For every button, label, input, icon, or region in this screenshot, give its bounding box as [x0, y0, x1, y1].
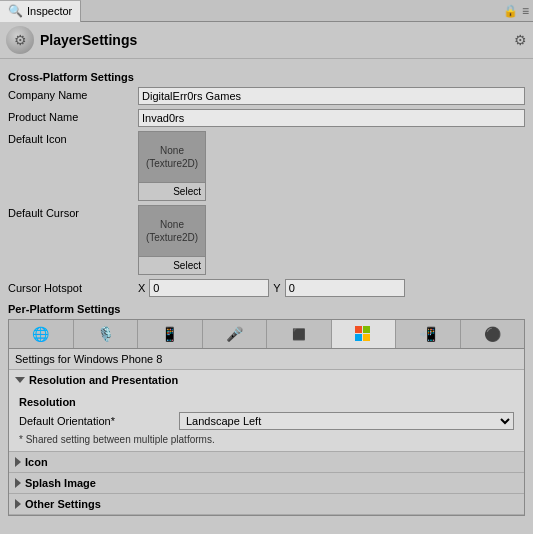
platform-settings-label: Settings for Windows Phone 8 [9, 349, 524, 370]
platform-btn-mobile[interactable]: 📱 [138, 320, 203, 348]
y-coord-label: Y [273, 282, 280, 294]
resolution-section: Resolution and Presentation Resolution D… [9, 370, 524, 452]
svg-rect-3 [363, 334, 370, 341]
resolution-sub-header: Resolution [19, 396, 514, 408]
default-icon-none-text: None(Texture2D) [146, 144, 198, 170]
svg-rect-1 [363, 326, 370, 333]
settings-gear-button[interactable]: ⚙ [514, 32, 527, 48]
default-icon-select-button[interactable]: Select [139, 182, 205, 200]
company-name-row: Company Name [8, 87, 525, 105]
splash-section-header[interactable]: Splash Image [9, 473, 524, 493]
other-section: Other Settings [9, 494, 524, 515]
orientation-label: Default Orientation* [19, 415, 179, 427]
splash-collapse-icon [15, 478, 21, 488]
tab-lock-area: 🔒 ≡ [503, 4, 533, 18]
panel-title: PlayerSettings [40, 32, 508, 48]
cursor-hotspot-y-input[interactable] [285, 279, 405, 297]
cursor-hotspot-row: Cursor Hotspot X Y [8, 279, 525, 297]
default-icon-row: Default Icon None(Texture2D) Select [8, 131, 525, 201]
product-name-control [138, 109, 525, 127]
product-name-row: Product Name [8, 109, 525, 127]
tab-label: Inspector [27, 5, 72, 17]
other-collapse-icon [15, 499, 21, 509]
product-name-input[interactable] [138, 109, 525, 127]
default-icon-picker: None(Texture2D) Select [138, 131, 206, 201]
cross-platform-header: Cross-Platform Settings [8, 71, 525, 83]
default-cursor-row: Default Cursor None(Texture2D) Select [8, 205, 525, 275]
default-icon-label: Default Icon [8, 131, 138, 145]
company-name-control [138, 87, 525, 105]
platform-btn-windows[interactable] [332, 320, 397, 348]
company-name-label: Company Name [8, 87, 138, 101]
icon-section: Icon [9, 452, 524, 473]
default-icon-control: None(Texture2D) Select [138, 131, 525, 201]
cursor-hotspot-label: Cursor Hotspot [8, 282, 138, 294]
default-cursor-control: None(Texture2D) Select [138, 205, 525, 275]
default-cursor-label: Default Cursor [8, 205, 138, 219]
lock-icon[interactable]: 🔒 [503, 4, 518, 18]
panel-header: ⚙ PlayerSettings ⚙ [0, 22, 533, 59]
platform-btn-circle[interactable]: ⚫ [461, 320, 525, 348]
default-cursor-preview: None(Texture2D) [139, 206, 205, 256]
player-settings-icon: ⚙ [6, 26, 34, 54]
shared-setting-note: * Shared setting between multiple platfo… [19, 434, 514, 445]
splash-section-label: Splash Image [25, 477, 96, 489]
menu-icon[interactable]: ≡ [522, 4, 529, 18]
default-cursor-select-button[interactable]: Select [139, 256, 205, 274]
icon-collapse-icon [15, 457, 21, 467]
default-cursor-picker: None(Texture2D) Select [138, 205, 206, 275]
cursor-hotspot-x-input[interactable] [149, 279, 269, 297]
icon-section-header[interactable]: Icon [9, 452, 524, 472]
svg-rect-0 [355, 326, 362, 333]
platform-btn-standalone[interactable]: 🎤 [203, 320, 268, 348]
platform-btn-web[interactable]: 🌐 [9, 320, 74, 348]
orientation-select[interactable]: Landscape Left Landscape Right Portrait … [179, 412, 514, 430]
settings-gear-icon: ⚙ [14, 32, 27, 48]
other-section-header[interactable]: Other Settings [9, 494, 524, 514]
resolution-section-label: Resolution and Presentation [29, 374, 178, 386]
company-name-input[interactable] [138, 87, 525, 105]
x-coord-label: X [138, 282, 145, 294]
platform-icon-bar: 🌐 🎙️ 📱 🎤 ⬛ 📲 ⚫ [8, 319, 525, 349]
inspector-icon: 🔍 [8, 4, 23, 18]
content-area: Cross-Platform Settings Company Name Pro… [0, 59, 533, 522]
cursor-hotspot-inputs: X Y [138, 279, 405, 297]
other-section-label: Other Settings [25, 498, 101, 510]
inspector-panel: ⚙ PlayerSettings ⚙ Cross-Platform Settin… [0, 22, 533, 534]
resolution-section-header[interactable]: Resolution and Presentation [9, 370, 524, 390]
product-name-label: Product Name [8, 109, 138, 123]
tab-bar: 🔍 Inspector 🔒 ≡ [0, 0, 533, 22]
orientation-row: Default Orientation* Landscape Left Land… [19, 412, 514, 430]
default-cursor-none-text: None(Texture2D) [146, 218, 198, 244]
platform-btn-wp8[interactable]: 📲 [396, 320, 461, 348]
resolution-section-body: Resolution Default Orientation* Landscap… [9, 390, 524, 451]
inspector-tab[interactable]: 🔍 Inspector [0, 0, 81, 22]
per-platform-header: Per-Platform Settings [8, 303, 525, 315]
svg-rect-2 [355, 334, 362, 341]
icon-section-label: Icon [25, 456, 48, 468]
default-icon-preview: None(Texture2D) [139, 132, 205, 182]
resolution-collapse-icon [15, 377, 25, 383]
platform-content: Settings for Windows Phone 8 Resolution … [8, 349, 525, 516]
platform-btn-mic[interactable]: 🎙️ [74, 320, 139, 348]
windows-flag-icon [355, 326, 371, 342]
platform-btn-bb[interactable]: ⬛ [267, 320, 332, 348]
splash-section: Splash Image [9, 473, 524, 494]
